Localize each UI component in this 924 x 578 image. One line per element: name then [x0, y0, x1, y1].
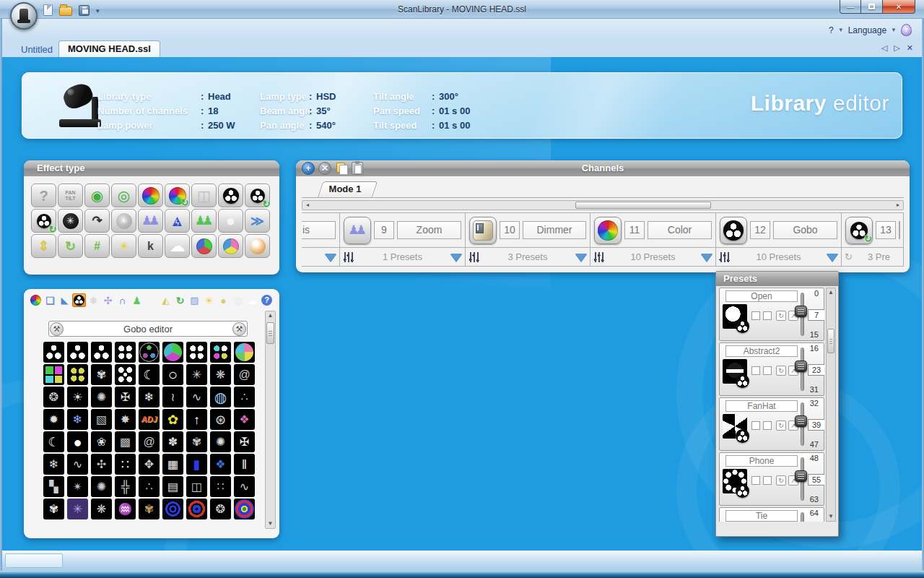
- close-button[interactable]: ✕: [882, 0, 915, 14]
- gobo-tile[interactable]: ✹: [43, 409, 64, 430]
- gobo-tile[interactable]: @: [234, 364, 255, 385]
- open-folder-icon[interactable]: [59, 7, 72, 16]
- channel-name-field[interactable]: Zoom: [397, 221, 461, 239]
- gobo-tile[interactable]: ∿: [67, 454, 88, 475]
- channel-number-field[interactable]: 12: [750, 221, 770, 239]
- gobo-tile[interactable]: ❖: [210, 454, 231, 475]
- gobo-tile[interactable]: ●: [67, 431, 88, 452]
- gobo-tile[interactable]: [162, 342, 183, 363]
- gobo-icon[interactable]: [72, 293, 86, 307]
- effect-icon-prism[interactable]: ≫: [245, 209, 270, 233]
- save-icon[interactable]: [79, 5, 90, 16]
- gobo-tools-right-icon[interactable]: ⚒: [232, 322, 246, 336]
- hint-bulb-icon[interactable]: ?: [901, 24, 912, 36]
- preset-rotate-button[interactable]: ↻: [776, 475, 786, 486]
- effect-icon-iris-open[interactable]: ✳: [111, 209, 136, 233]
- channel-name-field[interactable]: [899, 221, 900, 239]
- gobo-tile[interactable]: ▤: [162, 476, 183, 497]
- dimmer-icon[interactable]: [469, 217, 497, 244]
- gobo-tile[interactable]: @: [139, 431, 160, 452]
- gobo-tile[interactable]: ☾: [43, 431, 64, 452]
- gobo-icon[interactable]: [720, 217, 747, 244]
- gobo-tile[interactable]: ❄: [67, 409, 88, 430]
- preset-checkbox[interactable]: [763, 476, 772, 485]
- people-icon[interactable]: ♟: [130, 293, 144, 307]
- effect-icon-beam-shutter[interactable]: ◫: [191, 184, 217, 207]
- gobo-tile[interactable]: [91, 342, 112, 363]
- preset-name-field[interactable]: Phone: [725, 455, 798, 467]
- gobo-tile[interactable]: ♒: [115, 499, 136, 519]
- lamp-icon[interactable]: ☀: [202, 293, 216, 307]
- preset-name-field[interactable]: Open: [725, 290, 798, 302]
- preset-rotate-button[interactable]: ↻: [776, 420, 786, 431]
- gobo-tile[interactable]: [115, 364, 136, 385]
- gobo-tile[interactable]: [186, 499, 207, 519]
- gobo-tile[interactable]: [67, 364, 88, 385]
- color-wheel-icon[interactable]: [29, 293, 43, 307]
- hscroll-right-arrow-icon[interactable]: ▸: [894, 201, 902, 210]
- help-menu[interactable]: ?: [829, 25, 834, 35]
- gobo-tile[interactable]: ▧: [91, 409, 112, 430]
- gobo-tile[interactable]: ☾: [139, 364, 160, 385]
- effect-icon-color-macro[interactable]: [191, 234, 217, 258]
- effect-icon-focus-rotation[interactable]: ↻: [58, 234, 83, 258]
- scroll-up-arrow-icon[interactable]: ▲: [266, 311, 275, 320]
- tab-scroll-right-icon[interactable]: ▷: [894, 43, 899, 53]
- hscroll-left-arrow-icon[interactable]: ◂: [303, 201, 312, 210]
- gobo-tile[interactable]: ∴: [139, 476, 160, 497]
- remove-channel-button[interactable]: ✕: [318, 162, 331, 175]
- gobo-tile[interactable]: ❂: [210, 499, 231, 519]
- presets-dropdown-icon[interactable]: [701, 254, 712, 267]
- presets-scroll-thumb[interactable]: [827, 329, 834, 353]
- beam-shapes-icon[interactable]: ◭: [159, 293, 173, 307]
- gobo-tile[interactable]: ≀: [162, 387, 183, 407]
- effect-icon-focus-index[interactable]: #: [84, 234, 110, 258]
- gobo-tile[interactable]: ◍: [210, 387, 231, 407]
- presets-dropdown-icon[interactable]: [827, 254, 838, 267]
- gobo-tile[interactable]: ❋: [91, 499, 112, 519]
- wheel-icon[interactable]: [594, 217, 622, 244]
- gobo-tile[interactable]: ✾: [139, 499, 160, 519]
- gobo-tile[interactable]: ❀: [91, 431, 112, 452]
- gobo-tile[interactable]: ✾: [43, 499, 64, 519]
- minimize-button[interactable]: —: [840, 0, 861, 14]
- gobo-scroll-thumb[interactable]: [266, 322, 274, 344]
- preset-value-field[interactable]: 23: [808, 364, 824, 376]
- effect-icon-iris[interactable]: ◉: [84, 184, 110, 207]
- gobo-tile[interactable]: ✿: [162, 409, 183, 430]
- effect-icon-lamp[interactable]: ☀: [111, 234, 136, 258]
- help-icon[interactable]: ?: [260, 293, 274, 307]
- new-document-icon[interactable]: [43, 4, 53, 16]
- preset-slider-track[interactable]: [801, 512, 804, 522]
- preset-slider-thumb[interactable]: [795, 470, 807, 482]
- gobo-tile[interactable]: [67, 342, 88, 363]
- channel-name-field[interactable]: is: [302, 221, 336, 239]
- layers-icon[interactable]: ❏: [43, 293, 57, 307]
- gobo-tile[interactable]: ‖: [234, 454, 255, 475]
- gobo-tile[interactable]: ∿: [186, 387, 207, 407]
- preset-name-field[interactable]: FanHat: [725, 400, 798, 412]
- tab-close-icon[interactable]: ✕: [907, 43, 913, 53]
- gobo-tile[interactable]: [139, 409, 160, 430]
- gobo-tile[interactable]: ✠: [234, 431, 255, 452]
- effect-icon-cloud-frost[interactable]: ☁: [165, 234, 190, 258]
- effect-icon-frost[interactable]: ●: [218, 209, 243, 233]
- preset-checkbox[interactable]: [763, 311, 772, 320]
- tab-scroll-left-icon[interactable]: ◁: [881, 43, 887, 53]
- gobo-tile[interactable]: ∿: [234, 476, 255, 497]
- channel-name-field[interactable]: Gobo: [773, 221, 837, 239]
- preset-slider-thumb[interactable]: [795, 415, 807, 427]
- effect-icon-color-wheel[interactable]: [138, 184, 163, 207]
- gobo-tile[interactable]: ○: [162, 364, 183, 385]
- gobo-tile[interactable]: ✺: [91, 387, 112, 407]
- gobo-tile[interactable]: ⊛: [210, 409, 231, 430]
- effect-icon-color-mix[interactable]: [218, 234, 243, 258]
- presets-dropdown-icon[interactable]: [575, 254, 587, 267]
- toolbar-customize-chevron-icon[interactable]: ▾: [96, 6, 100, 14]
- effect-icon-gobo-wheel[interactable]: [218, 184, 243, 207]
- channel-number-field[interactable]: 13: [876, 221, 896, 239]
- preset-name-field[interactable]: Abstract2: [725, 345, 798, 357]
- add-channel-button[interactable]: +: [302, 162, 315, 175]
- gobo-tile[interactable]: ◫: [186, 476, 207, 497]
- gobo-tile[interactable]: ▚: [43, 476, 64, 497]
